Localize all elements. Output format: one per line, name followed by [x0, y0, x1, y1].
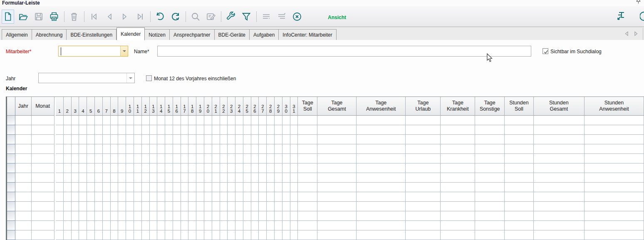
grid-cell[interactable] — [150, 154, 158, 163]
grid-cell[interactable] — [188, 173, 196, 183]
grid-cell[interactable] — [534, 183, 585, 192]
grid-cell[interactable] — [357, 144, 406, 154]
grid-cell[interactable] — [275, 202, 282, 211]
row-selector[interactable] — [7, 135, 15, 144]
grid-cell[interactable] — [298, 230, 317, 240]
grid-cell[interactable] — [181, 154, 189, 163]
grid-cell[interactable] — [585, 125, 644, 135]
grid-cell[interactable] — [72, 144, 79, 154]
grid-cell[interactable] — [585, 211, 644, 221]
grid-cell[interactable] — [212, 154, 220, 163]
grid-cell[interactable] — [406, 163, 441, 173]
grid-cell[interactable] — [259, 116, 267, 125]
grid-cell[interactable] — [475, 230, 505, 240]
edit-note-button[interactable] — [205, 10, 217, 24]
grid-cell[interactable] — [298, 116, 317, 125]
grid-cell[interactable] — [111, 116, 119, 125]
grid-cell[interactable] — [64, 135, 72, 144]
grid-cell[interactable] — [406, 183, 441, 192]
grid-cell[interactable] — [64, 144, 72, 154]
grid-cell[interactable] — [235, 230, 243, 240]
grid-cell[interactable] — [95, 202, 103, 211]
grid-cell[interactable] — [317, 221, 357, 230]
grid-cell[interactable] — [275, 173, 282, 183]
grid-cell[interactable] — [259, 135, 267, 144]
col-header-day-24[interactable]: 2 4 — [235, 97, 243, 116]
grid-cell[interactable] — [282, 135, 290, 144]
grid-cell[interactable] — [505, 221, 534, 230]
grid-cell[interactable] — [212, 144, 220, 154]
grid-cell[interactable] — [267, 221, 275, 230]
grid-cell[interactable] — [228, 192, 235, 202]
grid-cell[interactable] — [118, 221, 126, 230]
grid-cell[interactable] — [95, 211, 103, 221]
grid-cell[interactable] — [72, 173, 79, 183]
grid-cell[interactable] — [181, 144, 189, 154]
grid-cell[interactable] — [64, 202, 72, 211]
grid-cell[interactable] — [212, 221, 220, 230]
grid-cell[interactable] — [188, 144, 196, 154]
grid-cell[interactable] — [357, 221, 406, 230]
grid-cell[interactable] — [118, 192, 126, 202]
grid-cell[interactable] — [282, 125, 290, 135]
grid-cell[interactable] — [134, 183, 142, 192]
grid-cell[interactable] — [317, 230, 357, 240]
grid-cell[interactable] — [204, 211, 212, 221]
col-header-day-25[interactable]: 2 5 — [243, 97, 251, 116]
grid-cell[interactable] — [505, 211, 534, 221]
grid-cell[interactable] — [157, 116, 165, 125]
grid-cell[interactable] — [317, 202, 357, 211]
grid-cell[interactable] — [111, 192, 119, 202]
grid-cell[interactable] — [475, 192, 505, 202]
col-header-stunden-gesamt[interactable]: StundenGesamt — [534, 97, 585, 116]
grid-cell[interactable] — [157, 183, 165, 192]
row-selector[interactable] — [7, 211, 15, 221]
grid-cell[interactable] — [441, 211, 475, 221]
grid-cell[interactable] — [188, 163, 196, 173]
grid-cell[interactable] — [134, 173, 142, 183]
grid-cell[interactable] — [32, 125, 54, 135]
grid-cell[interactable] — [220, 125, 228, 135]
grid-cell[interactable] — [441, 230, 475, 240]
grid-cell[interactable] — [441, 221, 475, 230]
col-header-tage-urlaub[interactable]: TageUrlaub — [406, 97, 441, 116]
grid-cell[interactable] — [118, 230, 126, 240]
grid-cell[interactable] — [32, 183, 54, 192]
grid-cell[interactable] — [165, 192, 173, 202]
grid-cell[interactable] — [157, 211, 165, 221]
grid-cell[interactable] — [243, 202, 251, 211]
grid-cell[interactable] — [64, 183, 72, 192]
grid-cell[interactable] — [56, 163, 64, 173]
grid-cell[interactable] — [32, 116, 54, 125]
grid-cell[interactable] — [212, 116, 220, 125]
grid-cell[interactable] — [585, 154, 644, 163]
grid-cell[interactable] — [235, 173, 243, 183]
grid-cell[interactable] — [87, 192, 95, 202]
grid-cell[interactable] — [251, 192, 259, 202]
grid-cell[interactable] — [157, 221, 165, 230]
grid-cell[interactable] — [220, 192, 228, 202]
grid-cell[interactable] — [196, 173, 204, 183]
grid-cell[interactable] — [357, 163, 406, 173]
grid-cell[interactable] — [196, 211, 204, 221]
grid-cell[interactable] — [275, 221, 282, 230]
row-selector[interactable] — [7, 144, 15, 154]
col-header-day-2[interactable]: 2 — [64, 97, 72, 116]
grid-cell[interactable] — [298, 125, 317, 135]
grid-cell[interactable] — [118, 144, 126, 154]
grid-cell[interactable] — [406, 221, 441, 230]
col-header-day-7[interactable]: 7 — [103, 97, 111, 116]
grid-cell[interactable] — [103, 173, 111, 183]
grid-cell[interactable] — [111, 125, 119, 135]
grid-cell[interactable] — [87, 135, 95, 144]
col-header-day-15[interactable]: 1 5 — [165, 97, 173, 116]
grid-cell[interactable] — [251, 221, 259, 230]
grid-cell[interactable] — [220, 230, 228, 240]
grid-cell[interactable] — [357, 135, 406, 144]
grid-cell[interactable] — [585, 144, 644, 154]
grid-cell[interactable] — [441, 163, 475, 173]
grid-cell[interactable] — [505, 163, 534, 173]
col-header-day-17[interactable]: 1 7 — [181, 97, 189, 116]
grid-cell[interactable] — [585, 192, 644, 202]
grid-cell[interactable] — [111, 135, 119, 144]
